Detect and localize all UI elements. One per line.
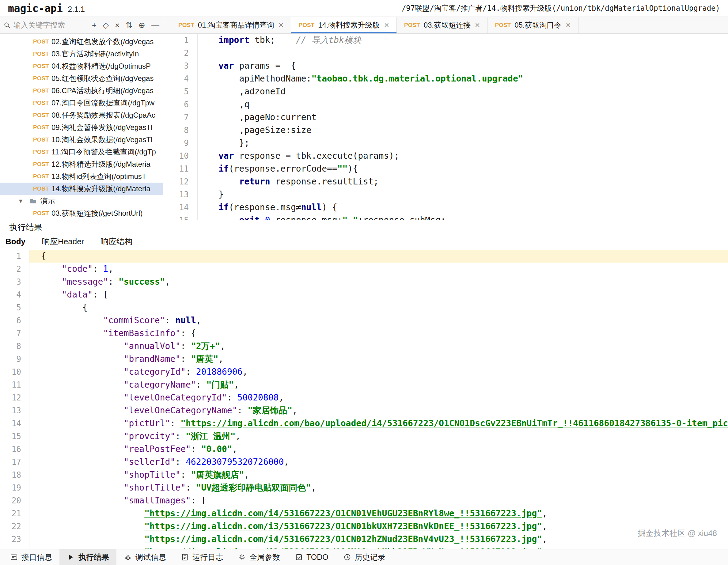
code-line[interactable]: 9 }; [163, 137, 728, 150]
close-icon[interactable]: × [279, 20, 283, 30]
code-line[interactable]: 4 "data": [ [0, 288, 728, 301]
sidebar-item[interactable]: POST06.CPA活动执行明细(/dgVegas [0, 85, 163, 97]
close-icon[interactable]: × [475, 20, 480, 30]
bottom-tab-label: TODO [306, 553, 328, 562]
sidebar-item[interactable]: POST08.任务奖励效果报表(/dgCpaAc [0, 109, 163, 121]
code-line[interactable]: 11 "categoryName": "门贴", [0, 378, 728, 391]
bottom-tab-api-info[interactable]: 接口信息 [2, 549, 59, 565]
explorer-toolbar-icons: +◇×⇅⊕— [92, 21, 159, 29]
result-tab-response-structure[interactable]: 响应结构 [100, 236, 132, 247]
code-line[interactable]: 2 "code": 1, [0, 263, 728, 275]
code-line[interactable]: 18 "shopTitle": "唐英旗舰店", [0, 468, 728, 481]
code-line[interactable]: 16 "realPostFee": "0.00", [0, 443, 728, 456]
add-icon[interactable]: + [92, 21, 97, 29]
result-tab-response-header[interactable]: 响应Header [42, 236, 84, 247]
code-line[interactable]: 5 { [0, 301, 728, 314]
code-line[interactable]: 21 "https://img.alicdn.com/i4/531667223/… [0, 507, 728, 520]
editor-tab[interactable]: POST03.获取短连接× [397, 17, 487, 33]
bottom-tab-todo[interactable]: TODO [287, 549, 336, 565]
bottom-tab-run-log[interactable]: 运行日志 [173, 549, 230, 565]
sidebar-item[interactable]: POST10.淘礼金效果数据(/dgVegasTl [0, 134, 163, 146]
editor-tab[interactable]: POST01.淘宝客商品详情查询× [171, 17, 291, 33]
result-tab-body[interactable]: Body [6, 237, 25, 246]
sidebar-item[interactable]: POST03.官方活动转链(/activityIn [0, 48, 163, 60]
close-icon[interactable]: × [384, 20, 389, 30]
line-number: 9 [163, 137, 198, 150]
code-line[interactable]: 14if(response.msg≠null) { [163, 201, 728, 214]
code-line[interactable]: 20 "smallImages": [ [0, 494, 728, 507]
line-number: 7 [0, 327, 29, 340]
bottom-tab-debug-info[interactable]: 调试信息 [116, 549, 173, 565]
sort-icon[interactable]: ⇅ [126, 21, 132, 29]
editor-tab[interactable]: POST05.获取淘口令× [487, 17, 578, 33]
code-line[interactable]: 15 exit 0 response.msg+" "+response.subM… [163, 214, 728, 220]
line-number: 22 [0, 520, 29, 533]
code-text: "realPostFee": "0.00", [29, 443, 728, 456]
code-text: "itemBasicInfo": { [29, 327, 728, 340]
code-line[interactable]: 12 "levelOneCategoryId": 50020808, [0, 391, 728, 404]
code-line[interactable]: 1import tbk; // 导入tbk模块 [163, 34, 728, 47]
code-line[interactable]: 24 "https://img.alicdn.com/i2/531667223/… [0, 546, 728, 549]
sidebar-item[interactable]: POST07.淘口令回流数据查询(/dgTpw [0, 97, 163, 109]
sidebar-item-label: 13.物料id列表查询(/optimusT [51, 172, 146, 181]
code-line[interactable]: 2 [163, 47, 728, 59]
sidebar-item[interactable]: POST03.获取短连接(/getShortUrl) [0, 207, 163, 219]
bottom-tab-label: 接口信息 [21, 552, 52, 562]
result-editor[interactable]: 1{2 "code": 1,3 "message": "success",4 "… [0, 249, 728, 549]
script-editor[interactable]: 1import tbk; // 导入tbk模块23var params = {4… [163, 34, 728, 220]
code-line[interactable]: 15 "provcity": "浙江 温州", [0, 430, 728, 443]
code-line[interactable]: 3 "message": "success", [0, 275, 728, 288]
code-line[interactable]: 1{ [0, 250, 728, 263]
line-number: 4 [163, 72, 198, 85]
sidebar-item[interactable]: POST04.权益物料精选(/dgOptimusP [0, 60, 163, 72]
method-badge: POST [33, 75, 51, 82]
code-line[interactable]: 8 ,pageSize:size [163, 124, 728, 137]
sidebar-item[interactable]: POST14.物料搜索升级版(/dgMateria [0, 183, 163, 195]
sidebar-item[interactable]: POST13.物料id列表查询(/optimusT [0, 170, 163, 183]
expand-icon[interactable]: ◇ [103, 21, 109, 29]
bottom-tab-history[interactable]: 历史记录 [336, 549, 393, 565]
code-line[interactable]: 4 apiMethodName:"taobao.tbk.dg.material.… [163, 72, 728, 85]
code-line[interactable]: 9 "brandName": "唐英", [0, 353, 728, 366]
sidebar-item[interactable]: POST12.物料精选升级版(/dgMateria [0, 158, 163, 170]
code-line[interactable]: 11if(response.errorCode==""){ [163, 162, 728, 175]
code-line[interactable]: 13 "levelOneCategoryName": "家居饰品", [0, 404, 728, 417]
code-line[interactable]: 17 "sellerId": 4622030795320726000, [0, 456, 728, 468]
code-line[interactable]: 5 ,adzoneId [163, 85, 728, 98]
sidebar-item[interactable]: POST02.查询红包发放个数(/dgVegas [0, 36, 163, 48]
bottom-tab-run-result[interactable]: 执行结果 [59, 549, 116, 565]
code-line[interactable]: 10var response = tbk.execute(params); [163, 150, 728, 162]
code-line[interactable]: 7 ,pageNo:current [163, 111, 728, 124]
method-badge: POST [33, 124, 51, 131]
sidebar-item[interactable]: POST05.红包领取状态查询(/dgVegas [0, 72, 163, 85]
search-input[interactable] [13, 21, 89, 29]
sidebar-item[interactable]: POST09.淘礼金暂停发放(/dgVegasTl [0, 121, 163, 134]
method-badge: POST [33, 38, 51, 45]
code-line[interactable]: 3var params = { [163, 59, 728, 72]
code-line[interactable]: 23 "https://img.alicdn.com/i4/531667223/… [0, 533, 728, 546]
close-icon[interactable]: × [566, 20, 571, 30]
code-text: var response = tbk.execute(params); [198, 150, 728, 162]
chevron-down-icon[interactable]: ▾ [19, 197, 26, 205]
code-line[interactable]: 13} [163, 188, 728, 201]
code-line[interactable]: 8 "annualVol": "2万+", [0, 340, 728, 353]
code-line[interactable]: 14 "pictUrl": "https://img.alicdn.com/ba… [0, 417, 728, 430]
collapse-icon[interactable]: — [151, 21, 159, 29]
code-line[interactable]: 10 "categoryId": 201886906, [0, 366, 728, 378]
code-line[interactable]: 6 ,q [163, 98, 728, 111]
line-number: 20 [0, 494, 29, 507]
code-line[interactable]: 19 "shortTitle": "UV超透彩印静电贴双面同色", [0, 481, 728, 494]
code-text: var params = { [198, 59, 728, 72]
editor-tab[interactable]: POST14.物料搜索升级版× [291, 17, 396, 33]
code-line[interactable]: 22 "https://img.alicdn.com/i3/531667223/… [0, 520, 728, 533]
sidebar-folder[interactable]: ▾演示 [0, 195, 163, 207]
code-line[interactable]: 12 return response.resultList; [163, 175, 728, 188]
sidebar-item[interactable]: POST11.淘口令预警及拦截查询(/dgTp [0, 146, 163, 158]
code-text: "https://img.alicdn.com/i2/531667223/O1C… [29, 546, 728, 549]
clear-icon[interactable]: × [115, 21, 119, 29]
globe-icon[interactable]: ⊕ [138, 21, 145, 29]
code-line[interactable]: 6 "commiScore": null, [0, 314, 728, 327]
line-number: 5 [0, 301, 29, 314]
code-line[interactable]: 7 "itemBasicInfo": { [0, 327, 728, 340]
bottom-tab-global-params[interactable]: 全局参数 [230, 549, 287, 565]
